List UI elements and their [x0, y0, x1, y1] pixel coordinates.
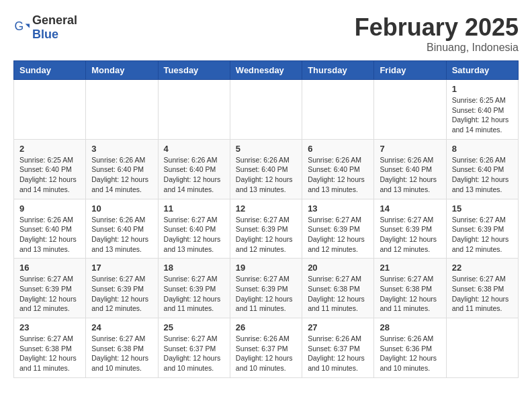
day-number: 12	[236, 203, 296, 214]
header-day-sunday: Sunday	[14, 61, 86, 80]
day-number: 23	[19, 322, 80, 332]
day-number: 22	[452, 263, 513, 273]
day-info: Sunrise: 6:25 AM Sunset: 6:40 PM Dayligh…	[452, 95, 513, 135]
calendar-cell: 17Sunrise: 6:27 AM Sunset: 6:39 PM Dayli…	[86, 259, 158, 318]
calendar-cell: 10Sunrise: 6:26 AM Sunset: 6:40 PM Dayli…	[86, 199, 158, 259]
day-info: Sunrise: 6:27 AM Sunset: 6:37 PM Dayligh…	[164, 334, 224, 373]
day-info: Sunrise: 6:26 AM Sunset: 6:40 PM Dayligh…	[380, 155, 440, 195]
day-number: 2	[19, 144, 80, 154]
day-number: 26	[236, 322, 296, 332]
calendar-cell: 5Sunrise: 6:26 AM Sunset: 6:40 PM Daylig…	[230, 139, 302, 199]
calendar-cell: 28Sunrise: 6:26 AM Sunset: 6:36 PM Dayli…	[374, 318, 446, 378]
calendar-cell: 25Sunrise: 6:27 AM Sunset: 6:37 PM Dayli…	[158, 318, 230, 378]
svg-text:G: G	[15, 19, 24, 33]
calendar-header-row: SundayMondayTuesdayWednesdayThursdayFrid…	[14, 61, 519, 80]
day-number: 10	[91, 203, 152, 214]
week-row-2: 2Sunrise: 6:25 AM Sunset: 6:40 PM Daylig…	[14, 139, 519, 199]
day-number: 20	[308, 263, 368, 273]
calendar-cell: 4Sunrise: 6:26 AM Sunset: 6:40 PM Daylig…	[158, 139, 230, 199]
week-row-5: 23Sunrise: 6:27 AM Sunset: 6:38 PM Dayli…	[14, 318, 519, 378]
day-number: 16	[19, 263, 80, 273]
calendar-cell: 14Sunrise: 6:27 AM Sunset: 6:39 PM Dayli…	[374, 199, 446, 259]
logo-icon: G	[13, 19, 30, 36]
calendar-cell	[14, 80, 86, 140]
calendar-cell	[446, 318, 518, 378]
day-info: Sunrise: 6:27 AM Sunset: 6:40 PM Dayligh…	[164, 215, 224, 255]
header-day-monday: Monday	[86, 61, 158, 80]
day-info: Sunrise: 6:27 AM Sunset: 6:39 PM Dayligh…	[452, 215, 513, 255]
calendar-cell: 6Sunrise: 6:26 AM Sunset: 6:40 PM Daylig…	[302, 139, 374, 199]
day-info: Sunrise: 6:27 AM Sunset: 6:38 PM Dayligh…	[380, 274, 440, 314]
day-number: 17	[91, 263, 152, 273]
day-info: Sunrise: 6:27 AM Sunset: 6:39 PM Dayligh…	[236, 215, 296, 255]
title-section: February 2025 Binuang, Indonesia	[355, 13, 519, 54]
day-number: 21	[380, 263, 440, 273]
day-info: Sunrise: 6:26 AM Sunset: 6:40 PM Dayligh…	[19, 215, 80, 255]
day-info: Sunrise: 6:25 AM Sunset: 6:40 PM Dayligh…	[19, 155, 80, 195]
day-info: Sunrise: 6:27 AM Sunset: 6:39 PM Dayligh…	[164, 274, 224, 314]
day-number: 9	[19, 203, 80, 214]
calendar-cell: 26Sunrise: 6:26 AM Sunset: 6:37 PM Dayli…	[230, 318, 302, 378]
day-info: Sunrise: 6:26 AM Sunset: 6:40 PM Dayligh…	[91, 155, 152, 195]
day-number: 27	[308, 322, 368, 332]
calendar-cell: 22Sunrise: 6:27 AM Sunset: 6:38 PM Dayli…	[446, 259, 518, 318]
svg-marker-1	[26, 24, 30, 28]
day-info: Sunrise: 6:26 AM Sunset: 6:40 PM Dayligh…	[164, 155, 224, 195]
calendar-cell: 19Sunrise: 6:27 AM Sunset: 6:39 PM Dayli…	[230, 259, 302, 318]
day-info: Sunrise: 6:27 AM Sunset: 6:39 PM Dayligh…	[308, 215, 368, 255]
calendar-cell: 2Sunrise: 6:25 AM Sunset: 6:40 PM Daylig…	[14, 139, 86, 199]
day-number: 14	[380, 203, 440, 214]
calendar-cell: 24Sunrise: 6:27 AM Sunset: 6:38 PM Dayli…	[86, 318, 158, 378]
day-info: Sunrise: 6:26 AM Sunset: 6:40 PM Dayligh…	[308, 155, 368, 195]
calendar-cell: 15Sunrise: 6:27 AM Sunset: 6:39 PM Dayli…	[446, 199, 518, 259]
day-info: Sunrise: 6:26 AM Sunset: 6:40 PM Dayligh…	[236, 155, 296, 195]
day-info: Sunrise: 6:26 AM Sunset: 6:40 PM Dayligh…	[452, 155, 513, 195]
header-day-thursday: Thursday	[302, 61, 374, 80]
calendar-cell: 1Sunrise: 6:25 AM Sunset: 6:40 PM Daylig…	[446, 80, 518, 140]
calendar-cell	[230, 80, 302, 140]
day-number: 6	[308, 144, 368, 154]
day-number: 19	[236, 263, 296, 273]
day-info: Sunrise: 6:26 AM Sunset: 6:40 PM Dayligh…	[91, 215, 152, 255]
day-number: 5	[236, 144, 296, 154]
day-info: Sunrise: 6:27 AM Sunset: 6:38 PM Dayligh…	[308, 274, 368, 314]
calendar-cell: 7Sunrise: 6:26 AM Sunset: 6:40 PM Daylig…	[374, 139, 446, 199]
day-info: Sunrise: 6:27 AM Sunset: 6:38 PM Dayligh…	[452, 274, 513, 314]
logo: G General Blue	[13, 13, 77, 42]
header-day-tuesday: Tuesday	[158, 61, 230, 80]
calendar-cell: 21Sunrise: 6:27 AM Sunset: 6:38 PM Dayli…	[374, 259, 446, 318]
calendar-cell: 20Sunrise: 6:27 AM Sunset: 6:38 PM Dayli…	[302, 259, 374, 318]
logo-text-blue: Blue	[32, 28, 58, 41]
day-number: 24	[91, 322, 152, 332]
calendar-cell: 9Sunrise: 6:26 AM Sunset: 6:40 PM Daylig…	[14, 199, 86, 259]
calendar-cell: 18Sunrise: 6:27 AM Sunset: 6:39 PM Dayli…	[158, 259, 230, 318]
month-title: February 2025	[355, 13, 519, 42]
week-row-3: 9Sunrise: 6:26 AM Sunset: 6:40 PM Daylig…	[14, 199, 519, 259]
day-number: 28	[380, 322, 440, 332]
day-info: Sunrise: 6:26 AM Sunset: 6:36 PM Dayligh…	[380, 334, 440, 373]
day-number: 15	[452, 203, 513, 214]
day-info: Sunrise: 6:27 AM Sunset: 6:38 PM Dayligh…	[19, 334, 80, 373]
week-row-1: 1Sunrise: 6:25 AM Sunset: 6:40 PM Daylig…	[14, 80, 519, 140]
day-number: 25	[164, 322, 224, 332]
calendar-cell: 16Sunrise: 6:27 AM Sunset: 6:39 PM Dayli…	[14, 259, 86, 318]
calendar-cell	[302, 80, 374, 140]
calendar-cell	[86, 80, 158, 140]
calendar-cell: 12Sunrise: 6:27 AM Sunset: 6:39 PM Dayli…	[230, 199, 302, 259]
day-number: 1	[452, 84, 513, 94]
calendar-cell	[374, 80, 446, 140]
calendar-cell: 8Sunrise: 6:26 AM Sunset: 6:40 PM Daylig…	[446, 139, 518, 199]
calendar-table: SundayMondayTuesdayWednesdayThursdayFrid…	[13, 60, 519, 378]
calendar-cell	[158, 80, 230, 140]
day-number: 18	[164, 263, 224, 273]
header-day-saturday: Saturday	[446, 61, 518, 80]
calendar-cell: 3Sunrise: 6:26 AM Sunset: 6:40 PM Daylig…	[86, 139, 158, 199]
day-info: Sunrise: 6:26 AM Sunset: 6:37 PM Dayligh…	[308, 334, 368, 373]
calendar-cell: 27Sunrise: 6:26 AM Sunset: 6:37 PM Dayli…	[302, 318, 374, 378]
day-number: 4	[164, 144, 224, 154]
logo-text-general: General	[32, 13, 77, 27]
day-info: Sunrise: 6:27 AM Sunset: 6:39 PM Dayligh…	[91, 274, 152, 314]
day-number: 7	[380, 144, 440, 154]
header-day-wednesday: Wednesday	[230, 61, 302, 80]
day-number: 13	[308, 203, 368, 214]
